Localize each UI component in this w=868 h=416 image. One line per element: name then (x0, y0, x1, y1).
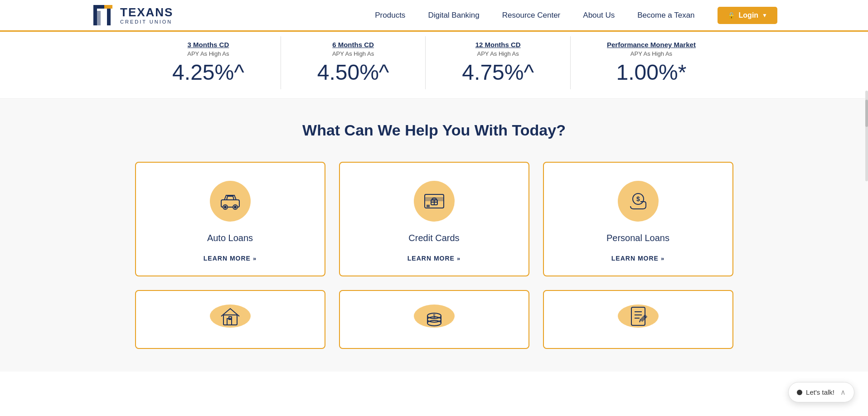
header: TEXANS CREDIT UNION Products Digital Ban… (0, 0, 868, 32)
credit-cards-title: Credit Cards (408, 233, 459, 243)
rate-3mo-cd[interactable]: 3 Months CD APY As High As 4.25%^ (136, 36, 281, 89)
nav-about-us[interactable]: About Us (583, 11, 615, 20)
rate-pmm[interactable]: Performance Money Market APY As High As … (571, 36, 732, 89)
logo-text: TEXANS CREDIT UNION (120, 6, 173, 24)
main-content: What Can We Help You With Today? (0, 99, 868, 372)
svg-rect-5 (107, 9, 111, 25)
svg-text:$: $ (433, 314, 436, 319)
savings-icon-circle: $ (414, 305, 455, 328)
credit-cards-learn-more-text: LEARN MORE (407, 255, 455, 262)
logo-texans-text: TEXANS (120, 6, 173, 19)
car-icon (219, 190, 242, 213)
card-credit-cards[interactable]: Credit Cards LEARN MORE » (339, 162, 529, 276)
scrollbar-thumb (865, 100, 868, 127)
cards-grid-row1: Auto Loans LEARN MORE » (91, 162, 777, 276)
personal-loans-learn-more[interactable]: LEARN MORE » (611, 255, 664, 262)
rates-bar: 3 Months CD APY As High As 4.25%^ 6 Mont… (0, 32, 868, 99)
rate-6mo-cd-sublabel: APY As High As (317, 50, 389, 57)
rate-12mo-cd-sublabel: APY As High As (462, 50, 534, 57)
nav-resource-center[interactable]: Resource Center (502, 11, 561, 20)
rate-6mo-cd[interactable]: 6 Months CD APY As High As 4.50%^ (281, 36, 426, 89)
svg-rect-29 (631, 307, 645, 325)
logo-icon (91, 3, 116, 28)
auto-loans-arrows-icon: » (253, 255, 257, 262)
nav-digital-banking[interactable]: Digital Banking (428, 11, 479, 20)
rate-12mo-cd-value: 4.75%^ (462, 60, 534, 85)
auto-loans-learn-more-text: LEARN MORE (204, 255, 251, 262)
card-home-equity[interactable] (135, 290, 325, 349)
card-personal-loans[interactable]: $ Personal Loans LEARN MORE » (543, 162, 733, 276)
rate-6mo-cd-value: 4.50%^ (317, 60, 389, 85)
svg-marker-3 (97, 11, 101, 25)
card-more[interactable] (543, 290, 733, 349)
home-icon (219, 305, 242, 328)
section-title: What Can We Help You With Today? (91, 121, 777, 139)
rate-pmm-value: 1.00%* (607, 60, 696, 85)
svg-line-33 (640, 319, 640, 322)
checklist-icon (627, 305, 650, 328)
chevron-down-icon: ▼ (762, 12, 767, 19)
scrollbar[interactable] (865, 91, 868, 181)
card-auto-loans[interactable]: Auto Loans LEARN MORE » (135, 162, 325, 276)
rate-3mo-cd-value: 4.25%^ (172, 60, 244, 85)
personal-loans-learn-more-text: LEARN MORE (611, 255, 659, 262)
rate-6mo-cd-label[interactable]: 6 Months CD (317, 41, 389, 48)
rate-3mo-cd-sublabel: APY As High As (172, 50, 244, 57)
savings-icon: $ (423, 305, 446, 328)
rate-pmm-label[interactable]: Performance Money Market (607, 41, 696, 48)
credit-cards-arrows-icon: » (457, 255, 461, 262)
logo[interactable]: TEXANS CREDIT UNION (91, 3, 173, 28)
svg-point-10 (234, 206, 236, 208)
rate-12mo-cd[interactable]: 12 Months CD APY As High As 4.75%^ (426, 36, 571, 89)
login-label: Login (739, 11, 759, 19)
personal-loans-arrows-icon: » (661, 255, 664, 262)
personal-loans-icon-circle: $ (618, 181, 659, 222)
cards-grid-row2: $ (91, 290, 777, 349)
lock-icon: 🔒 (727, 12, 735, 19)
auto-loans-learn-more[interactable]: LEARN MORE » (204, 255, 257, 262)
rate-3mo-cd-label[interactable]: 3 Months CD (172, 41, 244, 48)
rate-12mo-cd-label[interactable]: 12 Months CD (462, 41, 534, 48)
credit-card-icon (423, 190, 446, 213)
more-icon-circle (618, 305, 659, 328)
svg-point-9 (224, 206, 226, 208)
card-savings[interactable]: $ (339, 290, 529, 349)
auto-loans-icon-circle (210, 181, 251, 222)
main-nav: Products Digital Banking Resource Center… (375, 7, 777, 24)
logo-union-text: CREDIT UNION (120, 19, 173, 24)
rate-pmm-sublabel: APY As High As (607, 50, 696, 57)
svg-rect-4 (104, 5, 112, 9)
credit-cards-learn-more[interactable]: LEARN MORE » (407, 255, 461, 262)
nav-become-texan[interactable]: Become a Texan (637, 11, 694, 20)
auto-loans-title: Auto Loans (207, 233, 253, 243)
personal-loan-icon: $ (627, 190, 650, 213)
svg-text:$: $ (636, 195, 640, 203)
personal-loans-title: Personal Loans (606, 233, 669, 243)
login-button[interactable]: 🔒 Login ▼ (718, 7, 777, 24)
home-equity-icon-circle (210, 305, 251, 328)
nav-products[interactable]: Products (375, 11, 405, 20)
credit-cards-icon-circle (414, 181, 455, 222)
